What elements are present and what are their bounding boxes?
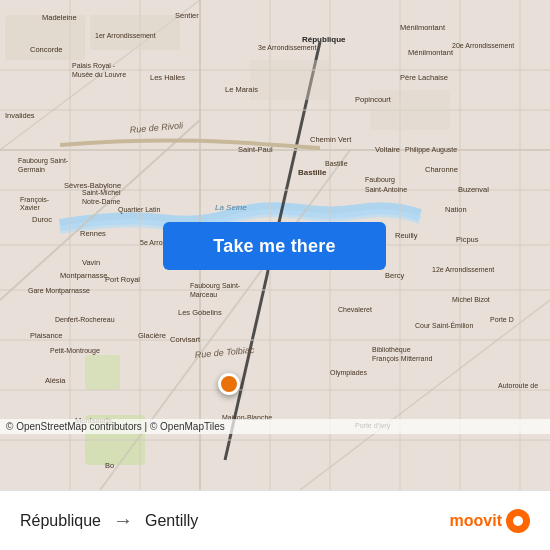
svg-text:12e Arrondissement: 12e Arrondissement (432, 266, 494, 273)
svg-text:Rennes: Rennes (80, 229, 106, 238)
svg-text:Petit-Montrouge: Petit-Montrouge (50, 347, 100, 355)
bottom-bar: République → Gentilly moovit (0, 490, 550, 550)
moovit-circle-inner (513, 516, 523, 526)
svg-text:Musée du Louvre: Musée du Louvre (72, 71, 126, 78)
svg-text:République: République (302, 35, 346, 44)
svg-text:Autoroute de: Autoroute de (498, 382, 538, 389)
svg-text:Porte D: Porte D (490, 316, 514, 323)
svg-text:Olympiades: Olympiades (330, 369, 367, 377)
svg-text:Quartier Latin: Quartier Latin (118, 206, 161, 214)
svg-text:Bо: Bо (105, 461, 114, 470)
svg-text:François Mitterrand: François Mitterrand (372, 355, 432, 363)
svg-text:Glacière: Glacière (138, 331, 166, 340)
svg-text:Nation: Nation (445, 205, 467, 214)
svg-text:Corvisart: Corvisart (170, 335, 201, 344)
svg-text:Père Lachaise: Père Lachaise (400, 73, 448, 82)
svg-text:Gare Montparnasse: Gare Montparnasse (28, 287, 90, 295)
svg-text:Denfert-Rochereau: Denfert-Rochereau (55, 316, 115, 323)
svg-text:Reuilly: Reuilly (395, 231, 418, 240)
svg-text:Port Royal: Port Royal (105, 275, 140, 284)
svg-text:Saint-Antoine: Saint-Antoine (365, 186, 407, 193)
moovit-logo: moovit (450, 509, 530, 533)
destination-label: Gentilly (145, 512, 198, 530)
svg-text:Ménilmontant: Ménilmontant (408, 48, 454, 57)
svg-text:Chemin Vert: Chemin Vert (310, 135, 352, 144)
svg-text:Faubourg Saint-: Faubourg Saint- (18, 157, 69, 165)
svg-text:Chevaleret: Chevaleret (338, 306, 372, 313)
svg-text:Philippe Auguste: Philippe Auguste (405, 146, 457, 154)
svg-text:Vavin: Vavin (82, 258, 100, 267)
svg-text:Bercy: Bercy (385, 271, 404, 280)
svg-text:Michel Bizot: Michel Bizot (452, 296, 490, 303)
svg-text:3e Arrondissement: 3e Arrondissement (258, 44, 316, 51)
svg-text:La Seine: La Seine (215, 203, 247, 212)
svg-text:Faubourg Saint-: Faubourg Saint- (190, 282, 241, 290)
svg-text:Le Marais: Le Marais (225, 85, 258, 94)
svg-text:1er Arrondissement: 1er Arrondissement (95, 32, 156, 39)
svg-text:Xavier: Xavier (20, 204, 41, 211)
svg-text:Picpus: Picpus (456, 235, 479, 244)
svg-text:Ménilmontant: Ménilmontant (400, 23, 446, 32)
svg-text:Madeleine: Madeleine (42, 13, 77, 22)
svg-text:Cour Saint-Émilion: Cour Saint-Émilion (415, 321, 473, 329)
svg-text:Germain: Germain (18, 166, 45, 173)
moovit-circle-icon (506, 509, 530, 533)
svg-text:Notre-Dame: Notre-Dame (82, 198, 120, 205)
map-attribution: © OpenStreetMap contributors | © OpenMap… (0, 419, 550, 434)
svg-text:20e Arrondissement: 20e Arrondissement (452, 42, 514, 49)
svg-text:Invalides: Invalides (5, 111, 35, 120)
svg-text:Charonne: Charonne (425, 165, 458, 174)
svg-text:Les Halles: Les Halles (150, 73, 185, 82)
svg-text:Plaisance: Plaisance (30, 331, 63, 340)
svg-rect-3 (85, 355, 120, 390)
route-info: République → Gentilly (20, 509, 198, 532)
take-me-there-button[interactable]: Take me there (163, 222, 386, 270)
svg-text:Alésia: Alésia (45, 376, 66, 385)
destination-marker (218, 373, 240, 395)
svg-text:Bastille: Bastille (325, 160, 348, 167)
origin-label: République (20, 512, 101, 530)
map-container: Rue de Rivoli Rue de Tolbiac Madeleine C… (0, 0, 550, 490)
svg-text:Bibliothèque: Bibliothèque (372, 346, 411, 354)
svg-text:Concorde: Concorde (30, 45, 63, 54)
svg-text:Popincourt: Popincourt (355, 95, 392, 104)
svg-text:Saint-Paul: Saint-Paul (238, 145, 273, 154)
svg-text:Les Gobelins: Les Gobelins (178, 308, 222, 317)
svg-text:François-: François- (20, 196, 50, 204)
route-arrow-icon: → (113, 509, 133, 532)
svg-text:Bastille: Bastille (298, 168, 327, 177)
moovit-brand-text: moovit (450, 512, 502, 530)
svg-text:Sentier: Sentier (175, 11, 199, 20)
svg-text:Buzenval: Buzenval (458, 185, 489, 194)
svg-text:Palais Royal -: Palais Royal - (72, 62, 116, 70)
svg-text:Duroc: Duroc (32, 215, 52, 224)
svg-text:Sèvres-Babylone: Sèvres-Babylone (64, 181, 121, 190)
svg-text:Marceau: Marceau (190, 291, 217, 298)
svg-text:Montparnasse: Montparnasse (60, 271, 108, 280)
svg-text:Voltaire: Voltaire (375, 145, 400, 154)
svg-text:Saint-Michel: Saint-Michel (82, 189, 121, 196)
svg-rect-29 (250, 60, 330, 100)
svg-text:Faubourg: Faubourg (365, 176, 395, 184)
